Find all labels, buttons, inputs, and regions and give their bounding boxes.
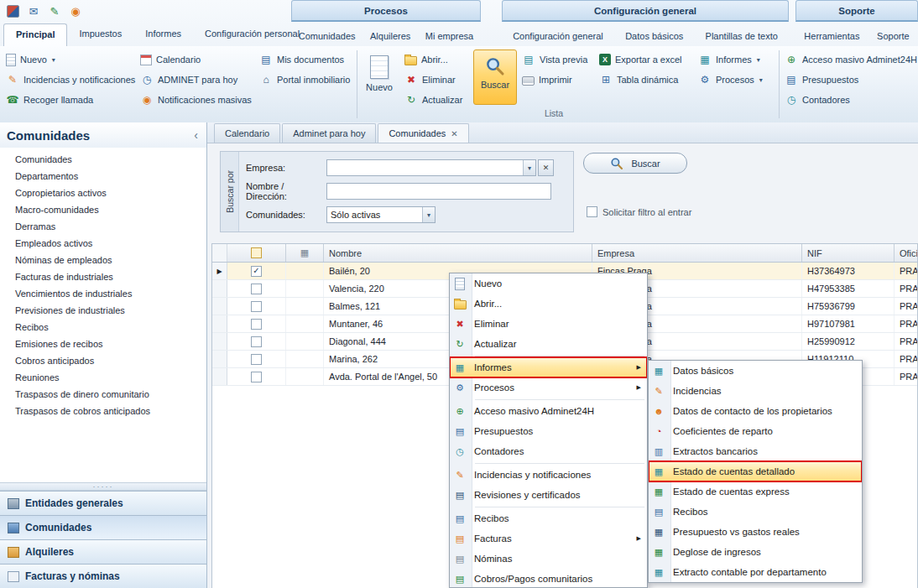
- tab-mi-empresa[interactable]: Mi empresa: [422, 26, 477, 46]
- menu-item-actualizar[interactable]: ↻ Actualizar: [450, 334, 647, 354]
- close-tab-icon[interactable]: ✕: [451, 129, 457, 138]
- ribbon-incidencias-button[interactable]: ✎ Incidencias y notificaciones: [2, 70, 136, 90]
- menu-item-recibos[interactable]: ▤ Recibos: [450, 508, 647, 528]
- submenu-item-estado-cuentas-detallado[interactable]: ▦ Estado de cuentas detallado: [649, 461, 862, 481]
- ribbon-nuevo-big-button[interactable]: Nuevo: [359, 49, 399, 105]
- menu-item-nominas[interactable]: ▤ Nóminas: [450, 549, 647, 569]
- empresa-combobox[interactable]: ▾: [326, 159, 536, 176]
- column-header-empresa[interactable]: Empresa: [592, 244, 802, 262]
- submenu-item-incidencias[interactable]: ✎ Incidencias: [649, 381, 862, 401]
- menu-item-incidencias[interactable]: ✎ Incidencias y notificaciones: [450, 465, 647, 485]
- submenu-item-deglose-ingresos[interactable]: ▦ Deglose de ingresos: [649, 542, 862, 562]
- column-header-oficina[interactable]: Ofici: [895, 244, 917, 262]
- menu-item-facturas[interactable]: ▤ Facturas ▶: [450, 528, 647, 549]
- checkbox-icon[interactable]: [251, 284, 262, 294]
- sidebar-item-cobros-anticipados[interactable]: Cobros anticipados: [0, 352, 206, 369]
- select-all-header[interactable]: [227, 244, 286, 262]
- ribbon-abrir-button[interactable]: Abrir...: [400, 49, 472, 70]
- menu-item-acceso-masivo[interactable]: ⊕ Acceso masivo Adminet24H: [450, 401, 647, 421]
- ribbon-procesos-dropdown[interactable]: ⚙ Procesos ▾: [694, 70, 778, 90]
- ribbon-informes-dropdown[interactable]: ▦ Informes ▾: [694, 49, 778, 70]
- tab-datos-basicos[interactable]: Datos básicos: [622, 26, 686, 46]
- tab-impuestos[interactable]: Impuestos: [67, 23, 133, 46]
- tab-principal[interactable]: Principal: [3, 23, 67, 46]
- menu-item-informes[interactable]: ▦ Informes ▶: [450, 357, 647, 377]
- ribbon-imprimir-button[interactable]: Imprimir: [518, 70, 595, 90]
- checkbox-icon[interactable]: [251, 336, 262, 347]
- mail-icon[interactable]: ✉: [24, 2, 43, 20]
- sidebar-item-facturas-industriales[interactable]: Facturas de industriales: [0, 268, 206, 285]
- sidebar-item-macro-comunidades[interactable]: Macro-comunidades: [0, 201, 206, 218]
- sidebar-item-departamentos[interactable]: Departamentos: [0, 168, 206, 185]
- ribbon-exportar-excel-button[interactable]: X Exportar a excel: [595, 49, 694, 70]
- checkbox-icon[interactable]: [251, 372, 262, 382]
- sidebar-item-derramas[interactable]: Derramas: [0, 218, 206, 235]
- checkbox-icon[interactable]: [251, 354, 262, 365]
- sidebar-item-nominas-empleados[interactable]: Nóminas de empleados: [0, 252, 206, 268]
- menu-item-presupuestos[interactable]: ▤ Presupuestos: [450, 421, 647, 441]
- tab-alquileres[interactable]: Alquileres: [367, 26, 414, 46]
- doctab-comunidades[interactable]: Comunidades ✕: [378, 123, 468, 143]
- ribbon-portal-inmobiliario-button[interactable]: ⌂ Portal inmobiliario: [255, 70, 356, 90]
- checkbox-icon[interactable]: [251, 301, 262, 312]
- sidebar-item-reuniones[interactable]: Reuniones: [0, 369, 206, 386]
- menu-item-nuevo[interactable]: Nuevo: [450, 273, 647, 294]
- ribbon-notificaciones-masivas-button[interactable]: ◉ Notificaciones masivas: [136, 90, 255, 110]
- sidebar-item-comunidades[interactable]: Comunidades: [0, 151, 206, 168]
- collapse-sidebar-icon[interactable]: ‹: [194, 128, 198, 142]
- sidebar-nav-entidades-generales[interactable]: Entidades generales: [0, 491, 206, 515]
- sidebar-item-traspasos-dinero[interactable]: Traspasos de dinero comunitario: [0, 386, 206, 403]
- sidebar-item-emisiones[interactable]: Emisiones de recibos: [0, 336, 206, 352]
- checkbox-icon[interactable]: ✓: [251, 266, 262, 277]
- sidebar-item-vencimientos[interactable]: Vencimientos de industriales: [0, 285, 206, 302]
- tab-informes[interactable]: Informes: [133, 23, 193, 46]
- menu-item-eliminar[interactable]: ✖ Eliminar: [450, 314, 647, 334]
- menu-item-procesos[interactable]: ⚙ Procesos ▶: [450, 377, 647, 398]
- tab-herramientas[interactable]: Herramientas: [801, 26, 863, 46]
- submenu-item-recibos[interactable]: ▤ Recibos: [649, 502, 862, 522]
- sidebar-item-traspasos-cobros[interactable]: Traspasos de cobros anticipados: [0, 403, 206, 419]
- doctab-adminet-hoy[interactable]: Adminet para hoy: [282, 123, 376, 143]
- menu-item-contadores[interactable]: ◷ Contadores: [450, 441, 647, 461]
- checkbox-icon[interactable]: [587, 206, 597, 217]
- tab-configuracion-general[interactable]: Configuración general: [509, 26, 607, 46]
- checkbox-icon[interactable]: [251, 319, 262, 330]
- ribbon-presupuestos-button[interactable]: ▤ Presupuestos: [780, 70, 918, 90]
- chevron-down-icon[interactable]: ▾: [523, 160, 535, 175]
- menu-item-cobros-pagos[interactable]: ▤ Cobros/Pagos comunitarios: [450, 569, 647, 588]
- submenu-item-datos-contacto[interactable]: ☻ Datos de contacto de los propietarios: [649, 401, 862, 421]
- ribbon-recoger-llamada-button[interactable]: ☎ Recoger llamada: [2, 90, 136, 110]
- app-menu-button[interactable]: [3, 2, 22, 20]
- menu-item-abrir[interactable]: Abrir...: [450, 294, 647, 314]
- submenu-item-presupuesto-vs-gastos[interactable]: ▦ Presupuesto vs gastos reales: [649, 522, 862, 542]
- ribbon-contadores-button[interactable]: ◷ Contadores: [780, 90, 918, 110]
- submenu-item-extractos-bancarios[interactable]: ▥ Extractos bancarios: [649, 441, 862, 461]
- ribbon-vista-previa-button[interactable]: ▤ Vista previa: [518, 49, 595, 70]
- column-header-nombre[interactable]: Nombre: [324, 244, 592, 262]
- clear-empresa-button[interactable]: ✕: [538, 159, 554, 176]
- sidebar-nav-alquileres[interactable]: Alquileres: [0, 539, 206, 564]
- tab-soporte[interactable]: Soporte: [874, 26, 913, 46]
- ribbon-mis-documentos-button[interactable]: ▤ Mis documentos: [255, 49, 356, 70]
- ribbon-nuevo-dropdown[interactable]: Nuevo ▾: [2, 49, 136, 70]
- sidebar-splitter[interactable]: ·····: [0, 482, 206, 491]
- buscar-button[interactable]: Buscar: [583, 153, 687, 174]
- ribbon-eliminar-button[interactable]: ✖ Eliminar: [400, 70, 472, 90]
- notes-icon[interactable]: ✎: [45, 2, 64, 20]
- submenu-item-extracto-contable[interactable]: ▦ Extracto contable por departamento: [649, 562, 862, 582]
- sidebar-item-empleados[interactable]: Empleados activos: [0, 235, 206, 252]
- submenu-item-estado-cuentas-express[interactable]: ▦ Estado de cuentas express: [649, 481, 862, 502]
- ribbon-acceso-masivo-button[interactable]: ⊕ Acceso masivo Adminet24H: [780, 49, 918, 70]
- ribbon-tabla-dinamica-button[interactable]: ⊞ Tabla dinámica: [595, 70, 694, 90]
- sidebar-item-copropietarios[interactable]: Copropietarios activos: [0, 185, 206, 201]
- chevron-down-icon[interactable]: ▾: [422, 207, 435, 222]
- sidebar-item-previsiones[interactable]: Previsiones de industriales: [0, 302, 206, 319]
- solicitar-filtro-checkbox[interactable]: Solicitar filtro al entrar: [587, 206, 691, 217]
- ribbon-calendario-button[interactable]: Calendario: [136, 49, 255, 70]
- icon-column-header[interactable]: ▦: [286, 244, 324, 262]
- sidebar-nav-facturas-nominas[interactable]: Facturas y nóminas: [0, 564, 206, 588]
- comunidades-combobox[interactable]: Sólo activas ▾: [326, 206, 436, 223]
- sidebar-item-recibos[interactable]: Recibos: [0, 319, 206, 336]
- ribbon-buscar-button[interactable]: Buscar: [473, 49, 517, 105]
- submenu-item-datos-basicos[interactable]: ▦ Datos básicos: [649, 361, 862, 381]
